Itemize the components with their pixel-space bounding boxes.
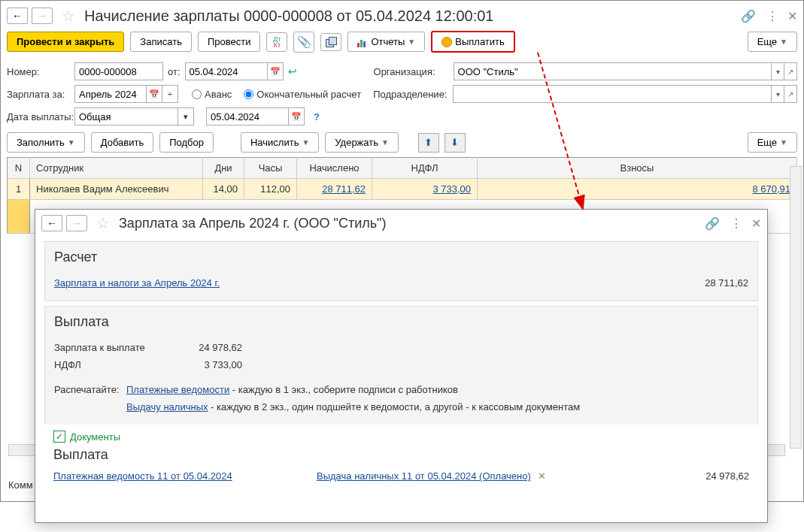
pick-button[interactable]: Подбор [159, 132, 214, 153]
move-down-button[interactable]: ⬇ [444, 133, 466, 153]
date-label: от: [168, 66, 181, 77]
pay-button[interactable]: Выплатить [431, 31, 515, 53]
squares-icon [326, 37, 336, 47]
cell-n: 1 [8, 179, 30, 200]
dept-dropdown-icon[interactable]: ▾ [771, 85, 784, 103]
coin-icon [441, 37, 452, 47]
posted-icon[interactable]: ↩ [288, 65, 297, 77]
table-more-button[interactable]: Еще ▼ [748, 132, 797, 153]
topay-value: 24 978,62 [167, 342, 242, 353]
modal-close-icon[interactable]: ✕ [751, 216, 761, 231]
col-employee[interactable]: Сотрудник [30, 158, 203, 179]
cell-contrib[interactable]: 8 670,91 [478, 179, 797, 200]
paydate-input[interactable] [206, 107, 289, 125]
col-contrib[interactable]: Взносы [478, 158, 797, 179]
modal-nav-back-button[interactable]: ← [41, 215, 62, 231]
dept-input[interactable] [453, 85, 772, 103]
col-days[interactable]: Дни [203, 158, 244, 179]
org-label: Организация: [374, 66, 449, 77]
paydate-label: Дата выплаты: [7, 111, 70, 122]
print-link-1[interactable]: Платежные ведомости [126, 384, 229, 395]
cell-hours: 112,00 [244, 179, 297, 200]
col-ndfl[interactable]: НДФЛ [372, 158, 478, 179]
calc-header: Расчет [45, 242, 757, 268]
calc-link[interactable]: Зарплата и налоги за Апрель 2024 г. [54, 277, 220, 289]
dept-label: Подразделение: [373, 89, 448, 100]
org-open-icon[interactable]: ↗ [784, 62, 797, 80]
modal-titlebar: ← → ☆ Зарплата за Апрель 2024 г. (ООО "С… [35, 210, 767, 237]
advance-radio[interactable]: Аванс [192, 89, 232, 100]
reports-button[interactable]: Отчеты ▼ [347, 32, 425, 52]
post-button[interactable]: Провести [198, 32, 261, 52]
calc-section: Расчет Зарплата и налоги за Апрель 2024 … [44, 241, 758, 301]
col-accrued[interactable]: Начислено [297, 158, 372, 179]
paytype-dropdown-icon[interactable]: ▾ [177, 107, 194, 125]
org-dropdown-icon[interactable]: ▾ [771, 62, 784, 80]
calendar-icon[interactable]: 📅 [288, 107, 305, 125]
attach-button[interactable]: 📎 [293, 32, 314, 53]
number-input[interactable] [74, 62, 163, 80]
col-hours[interactable]: Часы [244, 158, 297, 179]
help-icon[interactable]: ? [314, 111, 320, 122]
comment-row: Комм [8, 479, 33, 491]
withhold-button[interactable]: Удержать ▼ [325, 132, 399, 153]
nav-forward-button[interactable]: → [32, 8, 53, 24]
main-toolbar: Провести и закрыть Записать Провести ДтК… [1, 28, 803, 60]
modal-more-icon[interactable]: ⋮ [730, 216, 741, 231]
modal-nav-forward-button[interactable]: → [66, 215, 87, 231]
paytype-input[interactable] [74, 107, 178, 125]
paperclip-icon: 📎 [297, 35, 311, 49]
docs-sum: 24 978,62 [636, 470, 749, 482]
doc2-link[interactable]: Выдача наличных 11 от 05.04.2024 (Оплаче… [317, 470, 531, 482]
col-n[interactable]: N [8, 158, 30, 179]
more-menu-icon[interactable]: ⋮ [766, 9, 777, 23]
close-icon[interactable]: ✕ [787, 9, 797, 23]
cell-days: 14,00 [203, 179, 244, 200]
dtkt-button[interactable]: ДтКт [266, 32, 287, 52]
table-scrollbar[interactable] [790, 166, 802, 449]
accrue-button[interactable]: Начислить ▼ [241, 132, 319, 153]
payout-section: Выплата Зарплата к выплате 24 978,62 НДФ… [44, 306, 758, 425]
stepper-icon[interactable]: ÷ [162, 85, 178, 103]
form-row-2: Зарплата за: 📅 ÷ Аванс Окончательный рас… [1, 83, 803, 105]
org-input[interactable] [454, 62, 772, 80]
chart-icon [357, 37, 368, 47]
calendar-icon[interactable]: 📅 [146, 85, 162, 103]
modal-link-icon[interactable]: 🔗 [705, 216, 720, 231]
add-button[interactable]: Добавить [91, 132, 153, 153]
salary-month-input[interactable] [74, 85, 147, 103]
calendar-icon[interactable]: 📅 [267, 62, 284, 80]
date-input[interactable] [185, 62, 268, 80]
number-label: Номер: [7, 66, 70, 77]
more-button[interactable]: Еще ▼ [748, 32, 797, 52]
comment-label: Комм [8, 479, 33, 491]
print-link-2[interactable]: Выдачу наличных [126, 401, 208, 413]
dept-open-icon[interactable]: ↗ [784, 85, 797, 103]
nav-back-button[interactable]: ← [7, 8, 28, 24]
fill-button[interactable]: Заполнить ▼ [7, 132, 85, 153]
table-toolbar: Заполнить ▼ Добавить Подбор Начислить ▼ … [1, 128, 803, 157]
move-up-button[interactable]: ⬆ [418, 133, 439, 153]
post-and-close-button[interactable]: Провести и закрыть [7, 32, 124, 52]
form-row-3: Дата выплаты: ▾ 📅 ? [1, 105, 803, 128]
final-radio[interactable]: Окончательный расчет [244, 89, 361, 100]
cell-ndfl[interactable]: 3 733,00 [372, 179, 478, 200]
modal-title: Зарплата за Апрель 2024 г. (ООО "Стиль") [119, 216, 700, 231]
docs-toggle[interactable]: ✓ Документы [44, 426, 758, 447]
link-icon[interactable]: 🔗 [741, 9, 756, 23]
window-title: Начисление зарплаты 0000-000008 от 05.04… [84, 8, 736, 25]
cell-accrued[interactable]: 28 711,62 [297, 179, 372, 200]
save-button[interactable]: Записать [130, 32, 192, 52]
favorite-star-icon[interactable]: ☆ [62, 7, 75, 25]
doc1-link[interactable]: Платежная ведомость 11 от 05.04.2024 [53, 470, 232, 482]
related-button[interactable] [320, 33, 341, 51]
table-row[interactable]: 1 Николаев Вадим Алексеевич 14,00 112,00… [8, 179, 797, 200]
print-label: Распечатайте: [54, 384, 126, 395]
ndfl-label: НДФЛ [54, 359, 167, 370]
docs-section: ✓ Документы Выплата Платежная ведомость … [44, 426, 758, 486]
cell-employee: Николаев Вадим Алексеевич [30, 179, 203, 200]
ndfl-value: 3 733,00 [167, 359, 242, 370]
doc2-remove-icon[interactable]: ✕ [538, 470, 546, 482]
salary-for-label: Зарплата за: [7, 89, 70, 100]
modal-star-icon[interactable]: ☆ [96, 214, 110, 232]
